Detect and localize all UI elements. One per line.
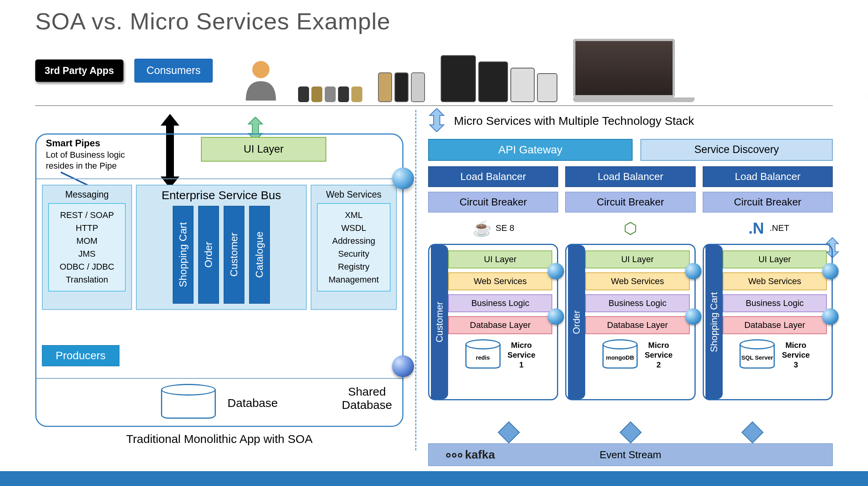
diamond-icon: [497, 421, 520, 444]
ui-layer-box: UI Layer: [201, 137, 326, 162]
svg-point-0: [252, 61, 269, 78]
slide: SOA vs. Micro Services Example 3rd Party…: [0, 0, 868, 486]
database-label: Database: [228, 396, 278, 410]
soa-section: Smart Pipes Lot of Business logic reside…: [35, 110, 403, 478]
mongodb-db-icon: mongoDB: [602, 342, 638, 369]
soa-container: Smart Pipes Lot of Business logic reside…: [35, 133, 403, 427]
diamond-connectors: [448, 425, 813, 440]
laptop-icon: [573, 39, 694, 102]
esb-catalogue: Catalogue: [249, 206, 270, 304]
smartphone-icon: [378, 72, 425, 102]
layer-bl: Business Logic: [585, 294, 689, 312]
layer-db: Database Layer: [585, 316, 689, 334]
globe-icon: [685, 308, 702, 325]
microservice-box-1: Customer UI Layer Web Services Business …: [428, 244, 558, 400]
event-stream-box: ∘∘∘ kafka Event Stream: [428, 443, 833, 466]
layer-ws: Web Services: [723, 272, 827, 290]
esb-order: Order: [198, 206, 219, 304]
globe-icon: [548, 263, 564, 279]
globe-icon: [548, 308, 564, 325]
soa-caption: Traditional Monolithic App with SOA: [35, 432, 403, 446]
redis-db-icon: redis: [465, 342, 501, 369]
ms-column-1: Load Balancer Circuit Breaker ☕ SE 8 Cus…: [428, 166, 558, 400]
globe-icon: [392, 167, 414, 189]
ms-label-1: MicroService1: [508, 340, 535, 370]
esb-row: Messaging REST / SOAP HTTP MOM JMS ODBC …: [42, 185, 397, 310]
ms-column-2: Load Balancer Circuit Breaker ⬡ Order UI…: [565, 166, 695, 400]
person-icon: [239, 58, 282, 102]
ms-label-3: MicroService3: [782, 340, 810, 370]
content: Smart Pipes Lot of Business logic reside…: [35, 110, 833, 478]
layer-ws: Web Services: [585, 272, 689, 290]
esb-customer: Customer: [224, 206, 244, 304]
ms-label-2: MicroService2: [645, 340, 673, 370]
diamond-icon: [741, 421, 763, 444]
tablet-icon: [441, 55, 557, 102]
layer-ws: Web Services: [448, 272, 552, 290]
event-stream-label: Event Stream: [600, 449, 662, 461]
smart-pipes-note: Smart Pipes Lot of Business logic reside…: [46, 137, 125, 172]
database-icon: [161, 387, 216, 419]
api-gateway-box: API Gateway: [428, 139, 633, 161]
webservices-col: Web Services XML WSDL Addressing Securit…: [311, 185, 397, 310]
bottom-bar: [0, 471, 868, 486]
tech-nodejs: ⬡: [565, 217, 695, 239]
load-balancer-box: Load Balancer: [703, 166, 833, 187]
ms-name-order: Order: [568, 245, 585, 399]
layer-ui: UI Layer: [585, 250, 689, 268]
layer-bl: Business Logic: [448, 294, 552, 312]
layer-bl: Business Logic: [723, 294, 827, 312]
circuit-breaker-box: Circuit Breaker: [703, 192, 833, 212]
ms-name-customer: Customer: [431, 245, 448, 399]
tech-java: ☕ SE 8: [428, 217, 558, 239]
circuit-breaker-box: Circuit Breaker: [428, 192, 558, 212]
vertical-divider: [415, 110, 416, 450]
microservices-grid: Load Balancer Circuit Breaker ☕ SE 8 Cus…: [428, 166, 833, 400]
right-title: Micro Services with Multiple Technology …: [454, 114, 694, 128]
top-row: API Gateway Service Discovery: [428, 139, 833, 161]
kafka-label: ∘∘∘ kafka: [444, 447, 495, 463]
sqlserver-db-icon: SQL Server: [740, 342, 775, 369]
header-row: 3rd Party Apps Consumers: [35, 39, 833, 106]
messaging-items: REST / SOAP HTTP MOM JMS ODBC / JDBC Tra…: [48, 203, 126, 292]
layer-ui: UI Layer: [723, 250, 827, 268]
load-balancer-box: Load Balancer: [428, 166, 558, 187]
tech-dotnet: .N .NET: [703, 217, 833, 239]
layer-db: Database Layer: [448, 316, 552, 334]
java-icon: ☕: [472, 218, 492, 238]
globe-icon: [822, 263, 839, 279]
dotnet-icon: .N: [746, 218, 767, 238]
globe-dark-icon: [392, 355, 414, 377]
microservice-box-2: Order UI Layer Web Services Business Log…: [565, 244, 695, 400]
slide-title: SOA vs. Micro Services Example: [35, 8, 833, 35]
circuit-breaker-box: Circuit Breaker: [565, 192, 695, 212]
service-discovery-box: Service Discovery: [640, 139, 833, 161]
shared-database-label: SharedDatabase: [342, 385, 392, 412]
esb-shopping-cart: Shopping Cart: [173, 206, 193, 304]
microservices-section: Micro Services with Multiple Technology …: [428, 110, 833, 478]
consumers-box: Consumers: [134, 59, 213, 83]
globe-icon: [822, 308, 839, 325]
divider-line: [36, 178, 402, 179]
load-balancer-box: Load Balancer: [565, 166, 695, 187]
diamond-icon: [619, 421, 642, 444]
esb-col: Enterprise Service Bus Shopping Cart Ord…: [136, 185, 307, 310]
microservice-box-3: Shopping Cart UI Layer Web Services Busi…: [703, 244, 833, 400]
smartwatch-icon: [298, 86, 362, 102]
globe-icon: [685, 263, 702, 279]
ms-name-shopping-cart: Shopping Cart: [705, 245, 723, 399]
kafka-icon: ∘∘∘: [444, 447, 462, 463]
device-icons: [239, 39, 694, 102]
layer-db: Database Layer: [723, 316, 827, 334]
nodejs-icon: ⬡: [620, 218, 640, 238]
messaging-col: Messaging REST / SOAP HTTP MOM JMS ODBC …: [42, 185, 132, 310]
right-header: Micro Services with Multiple Technology …: [428, 108, 833, 133]
producers-box: Producers: [42, 345, 119, 366]
bi-directional-arrow-blue-icon: [428, 108, 445, 133]
layer-ui: UI Layer: [448, 250, 552, 268]
webservices-items: XML WSDL Addressing Security Registry Ma…: [317, 203, 391, 292]
third-party-apps-box: 3rd Party Apps: [35, 59, 123, 82]
ms-column-3: Load Balancer Circuit Breaker .N .NET Sh…: [703, 166, 833, 400]
